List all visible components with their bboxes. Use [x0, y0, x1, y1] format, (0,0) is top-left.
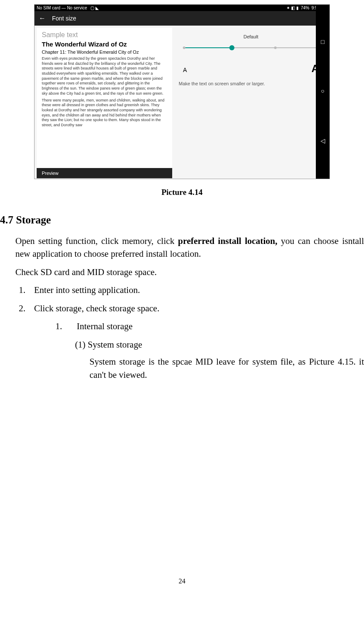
hint-text: Make the text on screen smaller or large…: [179, 81, 323, 86]
status-bar: No SIM card — No service ▢ ◣ ⁕ ◧ ▮ 74% 9…: [35, 5, 329, 11]
icon-placeholder: ▢ ◣: [90, 6, 99, 10]
sample-para-2: There were many people, men, women and c…: [37, 98, 172, 130]
para-2: Check SD card and MID storage space.: [15, 266, 364, 278]
paren-item-1: (1) System storage: [0, 338, 364, 351]
chapter-title: Chapter 11: The Wonderful Emerald City o…: [37, 49, 172, 56]
back-icon[interactable]: ←: [39, 14, 46, 22]
indent-para: System storage is the spcae MID leave fo…: [0, 355, 364, 381]
font-size-slider[interactable]: [183, 43, 319, 52]
sim-status: No SIM card — No service: [37, 6, 87, 10]
para-1: Open setting function, click memory, cli…: [15, 235, 364, 261]
overview-icon[interactable]: □: [321, 39, 324, 46]
list-item-1: 1.Enter into setting application.: [0, 284, 364, 296]
home-icon[interactable]: ○: [321, 88, 324, 95]
sample-header: Sample text: [37, 28, 172, 41]
sample-text-panel: Sample text The Wonderful Wizard of Oz C…: [37, 28, 172, 178]
default-label: Default: [179, 34, 323, 39]
sub-list-item-1: 1.Internal storage: [0, 320, 364, 333]
android-screenshot: No SIM card — No service ▢ ◣ ⁕ ◧ ▮ 74% 9…: [34, 4, 330, 179]
app-bar: ← Font size: [35, 11, 329, 26]
figure-caption: Picture 4.14: [0, 188, 364, 197]
page-number: 24: [0, 577, 364, 585]
back-nav-icon[interactable]: ◁: [321, 137, 325, 145]
small-a-label: A: [183, 67, 187, 73]
sample-para-1: Even with eyes protected by the green sp…: [37, 56, 172, 98]
book-title: The Wonderful Wizard of Oz: [37, 41, 172, 49]
section-heading: 4.7 Storage: [0, 214, 364, 226]
preview-bar: Preview: [37, 168, 172, 178]
app-title: Font size: [52, 15, 76, 22]
battery-percent: 74%: [301, 6, 309, 10]
slider-panel: Default A A Make the text on screen smal…: [172, 26, 329, 178]
list-item-2: 2.Click storage, check storage space.: [0, 302, 364, 315]
bluetooth-icon: ⁕ ◧ ▮: [286, 6, 299, 10]
android-nav-bar: □ ○ ◁: [316, 5, 329, 179]
